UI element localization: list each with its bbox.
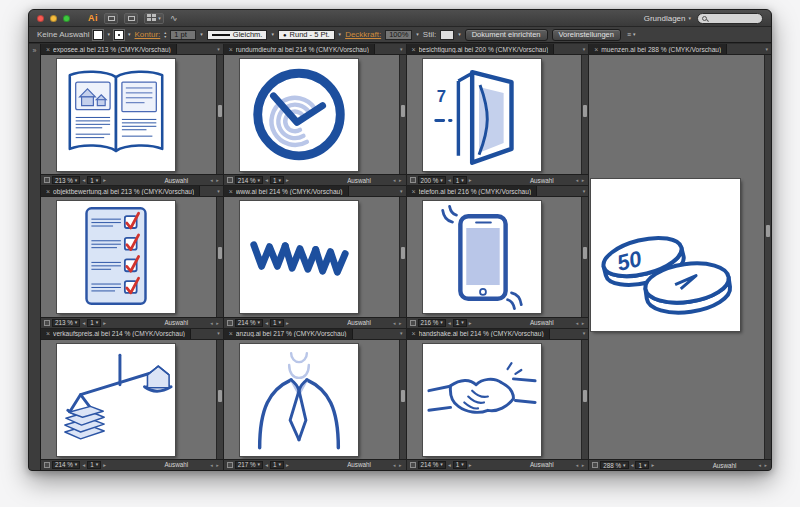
document-setup-button[interactable]: Dokument einrichten [465, 29, 548, 41]
prev-artboard-icon[interactable]: ◂ [82, 320, 85, 326]
canvas[interactable]: 50 [589, 55, 764, 459]
align-menu-button[interactable]: ≡ ▾ [627, 31, 636, 38]
next-artboard-icon[interactable]: ▸ [286, 320, 289, 326]
canvas[interactable] [41, 55, 216, 174]
status-menu-icon[interactable] [410, 462, 416, 468]
document-tab[interactable]: × muenzen.ai bei 288 % (CMYK/Vorschau) [589, 44, 727, 54]
artboard-nav-select[interactable]: 1 ▾ [87, 176, 101, 184]
tools-panel-collapsed[interactable]: » [29, 44, 41, 470]
width-profile-select[interactable]: Gleichm. [207, 30, 268, 40]
prev-artboard-icon[interactable]: ◂ [82, 177, 85, 183]
horizontal-scroll-arrows[interactable]: ◂ ▸ [576, 462, 585, 468]
width-profile-dropdown-icon[interactable]: ▾ [271, 32, 274, 37]
scrollbar-thumb[interactable] [218, 390, 222, 402]
tab-overflow-icon[interactable]: ▾ [397, 44, 406, 54]
stroke-panel-link[interactable]: Kontur: [135, 30, 161, 39]
fill-swatch[interactable] [93, 30, 103, 40]
document-tab[interactable]: × exposee.ai bei 213 % (CMYK/Vorschau) [41, 44, 177, 54]
canvas[interactable] [41, 197, 216, 316]
status-menu-icon[interactable] [592, 462, 598, 468]
prev-artboard-icon[interactable]: ◂ [82, 462, 85, 468]
close-window-button[interactable] [37, 15, 44, 22]
stroke-width-stepper[interactable]: ▴ ▾ [164, 31, 166, 38]
next-artboard-icon[interactable]: ▸ [286, 177, 289, 183]
brush-select[interactable]: ● Rund - 5 Pt. [278, 30, 335, 40]
artboard-nav-select[interactable]: 1 ▾ [453, 176, 467, 184]
tab-overflow-icon[interactable]: ▾ [214, 186, 223, 196]
horizontal-scroll-arrows[interactable]: ◂ ▸ [393, 320, 402, 326]
brush-dropdown-icon[interactable]: ▾ [339, 32, 342, 37]
vertical-scrollbar[interactable] [581, 340, 588, 459]
tab-overflow-icon[interactable]: ▾ [397, 329, 406, 339]
document-tab[interactable]: × verkaufspreis.ai bei 214 % (CMYK/Vorsc… [41, 329, 191, 339]
illustration-phone[interactable] [423, 201, 541, 313]
bridge-button[interactable] [104, 13, 118, 24]
zoom-select[interactable]: 214 % ▾ [52, 461, 80, 469]
prev-artboard-icon[interactable]: ◂ [448, 462, 451, 468]
artboard-nav-select[interactable]: 1 ▾ [87, 461, 101, 469]
zoom-select[interactable]: 200 % ▾ [418, 176, 446, 184]
scrollbar-thumb[interactable] [401, 105, 405, 117]
close-tab-icon[interactable]: × [412, 46, 416, 53]
prev-artboard-icon[interactable]: ◂ [265, 320, 268, 326]
horizontal-scroll-arrows[interactable]: ◂ ▸ [393, 177, 402, 183]
close-tab-icon[interactable]: × [412, 330, 416, 337]
next-artboard-icon[interactable]: ▸ [469, 177, 472, 183]
canvas[interactable]: 7 [407, 55, 582, 174]
vertical-scrollbar[interactable] [216, 197, 223, 316]
close-tab-icon[interactable]: × [412, 188, 416, 195]
next-artboard-icon[interactable]: ▸ [103, 177, 106, 183]
status-menu-icon[interactable] [410, 177, 416, 183]
document-tab[interactable]: × handshake.ai bei 214 % (CMYK/Vorschau) [407, 329, 550, 339]
scrollbar-thumb[interactable] [401, 390, 405, 402]
artboard-nav-select[interactable]: 1 ▾ [453, 461, 467, 469]
status-menu-icon[interactable] [44, 177, 50, 183]
canvas[interactable] [224, 340, 399, 459]
illustration-www[interactable] [240, 201, 358, 313]
artboard-nav-select[interactable]: 1 ▾ [270, 176, 284, 184]
status-menu-icon[interactable] [227, 462, 233, 468]
horizontal-scroll-arrows[interactable]: ◂ ▸ [576, 177, 585, 183]
illustration-brochure[interactable] [57, 59, 175, 171]
horizontal-scroll-arrows[interactable]: ◂ ▸ [210, 320, 219, 326]
close-tab-icon[interactable]: × [46, 330, 50, 337]
zoom-select[interactable]: 217 % ▾ [235, 461, 263, 469]
canvas[interactable] [224, 55, 399, 174]
artboard-nav-select[interactable]: 1 ▾ [270, 461, 284, 469]
prev-artboard-icon[interactable]: ◂ [631, 462, 634, 468]
tab-overflow-icon[interactable]: ▾ [580, 44, 589, 54]
zoom-select[interactable]: 213 % ▾ [52, 319, 80, 327]
vertical-scrollbar[interactable] [216, 340, 223, 459]
zoom-window-button[interactable] [63, 15, 70, 22]
prev-artboard-icon[interactable]: ◂ [448, 320, 451, 326]
horizontal-scroll-arrows[interactable]: ◂ ▸ [210, 462, 219, 468]
prev-artboard-icon[interactable]: ◂ [265, 177, 268, 183]
illustration-suit[interactable] [240, 344, 358, 456]
share-icon[interactable]: ∿ [170, 14, 178, 23]
illustration-checklist[interactable] [57, 201, 175, 313]
stroke-width-dropdown-icon[interactable]: ▾ [200, 32, 203, 37]
style-dropdown-icon[interactable]: ▾ [458, 32, 461, 37]
canvas[interactable] [224, 197, 399, 316]
next-artboard-icon[interactable]: ▸ [469, 320, 472, 326]
artboard-nav-select[interactable]: 1 ▾ [635, 461, 649, 469]
close-tab-icon[interactable]: × [229, 330, 233, 337]
illustration-handshake[interactable] [423, 344, 541, 456]
document-tab[interactable]: × telefon.ai bei 216 % (CMYK/Vorschau) [407, 186, 538, 196]
canvas[interactable] [407, 197, 582, 316]
fill-dropdown-icon[interactable]: ▾ [107, 32, 110, 37]
canvas[interactable] [41, 340, 216, 459]
prev-artboard-icon[interactable]: ◂ [265, 462, 268, 468]
document-tab[interactable]: × anzug.ai bei 217 % (CMYK/Vorschau) [224, 329, 353, 339]
horizontal-scroll-arrows[interactable]: ◂ ▸ [759, 462, 768, 468]
minimize-window-button[interactable] [50, 15, 57, 22]
scrollbar-thumb[interactable] [218, 105, 222, 117]
tab-overflow-icon[interactable]: ▾ [580, 329, 589, 339]
scrollbar-thumb[interactable] [583, 247, 587, 259]
horizontal-scroll-arrows[interactable]: ◂ ▸ [393, 462, 402, 468]
artboard-nav-select[interactable]: 1 ▾ [270, 319, 284, 327]
vertical-scrollbar[interactable] [764, 55, 771, 459]
vertical-scrollbar[interactable] [581, 197, 588, 316]
close-tab-icon[interactable]: × [229, 46, 233, 53]
vertical-scrollbar[interactable] [399, 55, 406, 174]
